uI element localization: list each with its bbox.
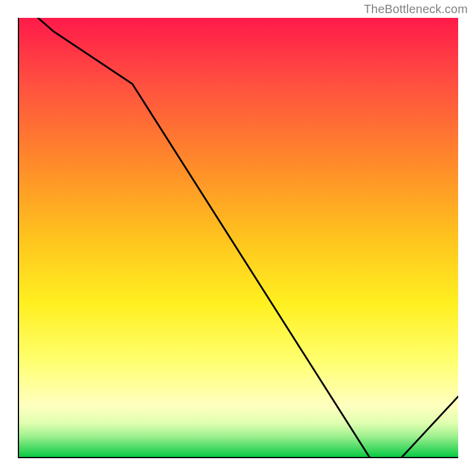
watermark-text: TheBottleneck.com <box>364 2 468 16</box>
chart-plot-area <box>18 18 458 458</box>
chart-background-gradient <box>18 18 458 458</box>
